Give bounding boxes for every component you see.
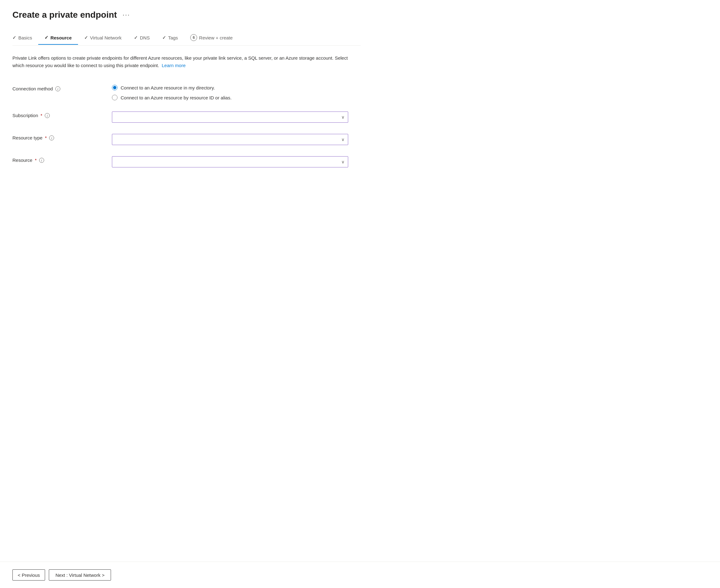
- check-icon-resource: ✓: [44, 35, 48, 40]
- step-label-virtual-network: Virtual Network: [90, 35, 122, 40]
- resource-info-icon[interactable]: i: [39, 158, 44, 163]
- connection-method-row: Connection method i Connect to an Azure …: [13, 79, 361, 106]
- resource-type-dropdown-wrapper: [112, 134, 348, 145]
- ellipsis-button[interactable]: ···: [121, 10, 132, 20]
- resource-type-row: Resource type * i: [13, 128, 361, 151]
- resource-type-control: [112, 134, 348, 145]
- page-title: Create a private endpoint: [13, 10, 117, 20]
- resource-type-label-col: Resource type * i: [13, 134, 99, 141]
- previous-button[interactable]: < Previous: [13, 569, 45, 581]
- connection-method-radio-group: Connect to an Azure resource in my direc…: [112, 85, 348, 100]
- subscription-label: Subscription: [13, 113, 38, 118]
- wizard-steps: ✓ Basics ✓ Resource ✓ Virtual Network ✓ …: [13, 31, 361, 46]
- learn-more-link[interactable]: Learn more: [162, 63, 186, 68]
- next-button[interactable]: Next : Virtual Network >: [49, 569, 111, 581]
- resource-required-star: *: [35, 158, 36, 163]
- check-icon-virtual-network: ✓: [84, 35, 88, 40]
- resource-label-col: Resource * i: [13, 156, 99, 163]
- radio-label-directory: Connect to an Azure resource in my direc…: [121, 85, 215, 90]
- subscription-label-col: Subscription * i: [13, 111, 99, 118]
- wizard-step-basics[interactable]: ✓ Basics: [13, 32, 38, 45]
- subscription-control: [112, 111, 348, 123]
- step-number-review: 6: [190, 34, 197, 41]
- radio-resource-id[interactable]: Connect to an Azure resource by resource…: [112, 95, 348, 100]
- check-icon-dns: ✓: [134, 35, 138, 40]
- check-icon-basics: ✓: [13, 35, 17, 40]
- resource-control: [112, 156, 348, 167]
- step-label-dns: DNS: [140, 35, 150, 40]
- wizard-step-review-create[interactable]: 6 Review + create: [184, 31, 239, 45]
- wizard-step-resource[interactable]: ✓ Resource: [38, 32, 78, 45]
- connection-method-label: Connection method: [13, 86, 53, 91]
- connection-method-info-icon[interactable]: i: [55, 86, 60, 91]
- connection-method-control: Connect to an Azure resource in my direc…: [112, 85, 348, 100]
- step-label-basics: Basics: [18, 35, 32, 40]
- step-label-review-create: Review + create: [199, 35, 233, 40]
- resource-type-info-icon[interactable]: i: [49, 135, 54, 141]
- subscription-info-icon[interactable]: i: [45, 113, 50, 118]
- subscription-required-star: *: [41, 113, 42, 118]
- radio-input-directory[interactable]: [112, 85, 118, 90]
- wizard-step-dns[interactable]: ✓ DNS: [128, 32, 156, 45]
- connection-method-label-col: Connection method i: [13, 85, 99, 91]
- radio-label-resource-id: Connect to an Azure resource by resource…: [121, 95, 232, 100]
- wizard-step-tags[interactable]: ✓ Tags: [156, 32, 184, 45]
- resource-row: Resource * i: [13, 151, 361, 173]
- page-title-row: Create a private endpoint ···: [13, 10, 361, 20]
- resource-label: Resource: [13, 158, 32, 163]
- form-section: Connection method i Connect to an Azure …: [13, 79, 361, 173]
- step-label-resource: Resource: [51, 35, 72, 40]
- step-label-tags: Tags: [168, 35, 178, 40]
- check-icon-tags: ✓: [162, 35, 166, 40]
- description-paragraph: Private Link offers options to create pr…: [13, 54, 354, 69]
- wizard-step-virtual-network[interactable]: ✓ Virtual Network: [78, 32, 128, 45]
- resource-type-required-star: *: [45, 135, 47, 141]
- radio-directory[interactable]: Connect to an Azure resource in my direc…: [112, 85, 348, 90]
- resource-type-dropdown[interactable]: [112, 134, 348, 145]
- subscription-dropdown[interactable]: [112, 111, 348, 123]
- bottom-navigation: < Previous Next : Virtual Network >: [0, 562, 720, 588]
- subscription-row: Subscription * i: [13, 106, 361, 128]
- resource-dropdown[interactable]: [112, 156, 348, 167]
- radio-input-resource-id[interactable]: [112, 95, 118, 100]
- subscription-dropdown-wrapper: [112, 111, 348, 123]
- resource-type-label: Resource type: [13, 135, 43, 141]
- resource-dropdown-wrapper: [112, 156, 348, 167]
